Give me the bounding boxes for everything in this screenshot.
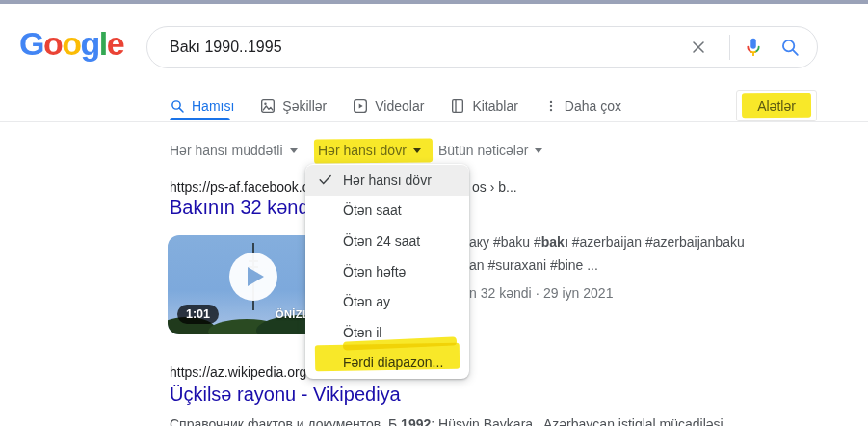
menu-item-ferdi-diapazon[interactable]: Fərdi diapazon... bbox=[305, 348, 469, 379]
filter-label: Hər hansı müddətli bbox=[170, 143, 283, 158]
filter-duration[interactable]: Hər hansı müddətli bbox=[170, 143, 298, 158]
logo-letter: e bbox=[107, 25, 123, 63]
logo-letter: l bbox=[99, 25, 107, 63]
snippet-bold-term: bakı bbox=[541, 234, 568, 250]
menu-item-oten-saat[interactable]: Ötən saat bbox=[305, 196, 469, 226]
google-logo[interactable]: Google bbox=[19, 25, 123, 63]
result2-url[interactable]: https://az.wikipedia.org bbox=[170, 364, 306, 380]
browser-top-strip bbox=[0, 0, 868, 4]
clear-icon[interactable] bbox=[687, 36, 710, 59]
logo-letter: o bbox=[43, 25, 62, 63]
filter-all-results[interactable]: Bütün nəticələr bbox=[438, 143, 542, 158]
tab-videolar[interactable]: Videolar bbox=[353, 98, 424, 114]
tab-hamisi[interactable]: Hamısı bbox=[170, 98, 234, 114]
books-icon bbox=[450, 98, 465, 114]
menu-item-label: Ötən ay bbox=[343, 294, 390, 309]
snippet-text: ; Hüsyin Baykara . Azərbaycan istiqlal m… bbox=[431, 416, 723, 426]
menu-item-label: Ötən 24 saat bbox=[343, 233, 420, 249]
result1-video-caption: n 32 kəndi · 29 iyn 2021 bbox=[469, 285, 613, 301]
videos-icon bbox=[353, 98, 368, 114]
menu-item-oten-il[interactable]: Ötən il bbox=[305, 317, 469, 348]
tab-kitablar[interactable]: Kitablar bbox=[450, 98, 517, 114]
images-icon bbox=[260, 98, 276, 114]
search-submit-icon[interactable] bbox=[778, 36, 802, 59]
filter-label: Hər hansı dövr bbox=[318, 143, 407, 158]
snippet-text: аку #baku # bbox=[469, 234, 541, 250]
menu-item-her-hansi-dovr[interactable]: Hər hansı dövr bbox=[305, 165, 469, 196]
logo-letter: o bbox=[62, 25, 80, 63]
snippet-line2: an #suraxani #bine ... bbox=[469, 254, 745, 278]
snippet-text: Справочник фактов и документов. Б bbox=[170, 416, 401, 426]
result1-title-link[interactable]: Bakının 32 kənd bbox=[170, 197, 309, 219]
tools-label: Alətlər bbox=[757, 98, 796, 114]
menu-item-oten-ay[interactable]: Ötən ay bbox=[305, 286, 469, 317]
tabs-divider bbox=[0, 121, 868, 122]
search-icon bbox=[170, 98, 185, 114]
tab-sekiller[interactable]: Şəkillər bbox=[260, 98, 327, 114]
tools-button[interactable]: Alətlər bbox=[736, 90, 817, 121]
search-box[interactable]: Bakı 1990..1995 bbox=[146, 26, 818, 68]
menu-item-label: Ötən həftə bbox=[343, 264, 406, 280]
checkmark-icon bbox=[317, 172, 333, 191]
chevron-down-icon bbox=[413, 148, 421, 153]
tab-daha-cox[interactable]: Daha çox bbox=[544, 98, 621, 114]
tab-label: Hamısı bbox=[192, 98, 234, 114]
result2-snippet: Справочник фактов и документов. Б 1992; … bbox=[170, 413, 805, 426]
more-icon bbox=[544, 98, 558, 114]
microphone-icon[interactable] bbox=[742, 36, 765, 59]
filter-time-period[interactable]: Hər hansı dövr bbox=[318, 143, 421, 158]
time-period-dropdown: Hər hansı dövr Ötən saat Ötən 24 saat Öt… bbox=[305, 164, 469, 379]
chevron-down-icon bbox=[535, 148, 542, 153]
play-button-icon[interactable] bbox=[229, 253, 277, 301]
menu-item-oten-24-saat[interactable]: Ötən 24 saat bbox=[305, 226, 469, 256]
search-divider bbox=[729, 35, 730, 60]
active-tab-underline bbox=[170, 118, 230, 120]
result2-title-link[interactable]: Üçkilsə rayonu - Vikipediya bbox=[170, 384, 401, 406]
chevron-down-icon bbox=[290, 148, 298, 153]
menu-item-label: Fərdi diapazon... bbox=[343, 355, 443, 370]
logo-letter: g bbox=[81, 25, 99, 63]
search-input[interactable]: Bakı 1990..1995 bbox=[147, 39, 687, 56]
snippet-line1: аку #baku #bakı #azerbaijan #azerbaijanb… bbox=[469, 231, 745, 254]
filter-label: Bütün nəticələr bbox=[438, 143, 528, 158]
menu-item-oten-hefte[interactable]: Ötən həftə bbox=[305, 256, 469, 287]
menu-item-label: Ötən il bbox=[343, 325, 381, 340]
snippet-bold-term: 1992 bbox=[401, 416, 431, 426]
menu-item-label: Ötən saat bbox=[343, 202, 402, 218]
snippet-text: #azerbaijan #azerbaijanbaku bbox=[568, 234, 745, 250]
tab-label: Daha çox bbox=[565, 98, 621, 114]
logo-letter: G bbox=[19, 25, 43, 63]
video-duration-badge: 1:01 bbox=[177, 305, 219, 324]
result-tabs: Hamısı Şəkillər Videolar Kitablar Daha ç… bbox=[170, 93, 621, 120]
tab-label: Videolar bbox=[375, 98, 424, 114]
result1-snippet: аку #baku #bakı #azerbaijan #azerbaijanb… bbox=[469, 231, 745, 277]
tab-label: Kitablar bbox=[472, 98, 517, 114]
tab-label: Şəkillər bbox=[282, 98, 327, 114]
video-preview-label: ÖNİZL bbox=[276, 308, 309, 320]
result1-url-continuation: os › b... bbox=[472, 179, 517, 195]
menu-item-label: Hər hansı dövr bbox=[343, 173, 432, 188]
result1-url[interactable]: https://ps-af.facebook.c bbox=[170, 179, 309, 195]
